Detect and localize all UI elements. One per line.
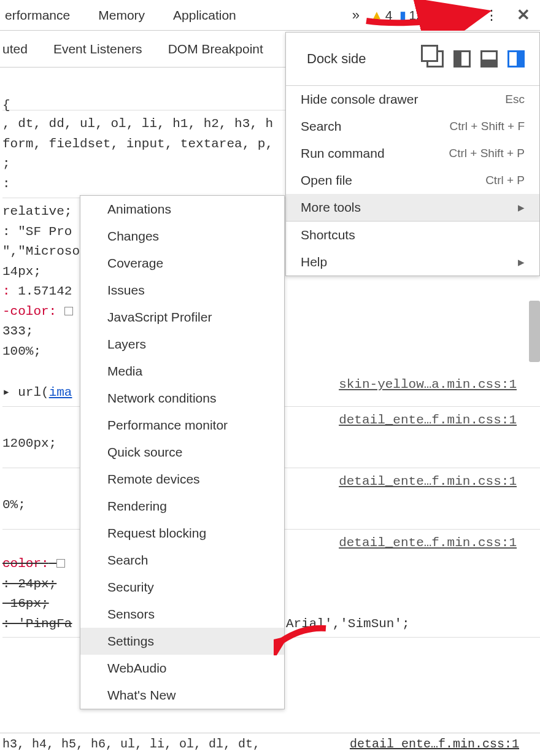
annotation-arrow-settings	[274, 621, 329, 655]
submenu-performance-monitor[interactable]: Performance monitor	[80, 412, 284, 439]
scrollbar-thumb[interactable]	[529, 301, 540, 362]
submenu-label: Settings	[107, 634, 154, 649]
submenu-remote-devices[interactable]: Remote devices	[80, 466, 284, 493]
dock-left-icon[interactable]	[453, 50, 471, 68]
submenu-label: Coverage	[107, 256, 163, 271]
submenu-label: Issues	[107, 283, 145, 298]
submenu-label: Remote devices	[107, 472, 200, 487]
submenu-label: Quick source	[107, 445, 183, 460]
submenu-js-profiler[interactable]: JavaScript Profiler	[80, 304, 284, 331]
submenu-sensors[interactable]: Sensors	[80, 601, 284, 628]
css-value: : 'PingFa	[2, 617, 72, 631]
color-swatch[interactable]	[64, 307, 73, 315]
css-property: :	[2, 284, 10, 298]
dock-undock-icon[interactable]	[426, 50, 444, 68]
menu-search[interactable]: Search Ctrl + Shift + F	[286, 113, 539, 140]
menu-label: Run command	[301, 146, 385, 161]
menu-label: Help	[301, 255, 327, 269]
css-value: 1.57142	[10, 284, 72, 298]
menu-shortcut: Ctrl + P	[485, 174, 525, 187]
menu-shortcuts[interactable]: Shortcuts	[286, 222, 539, 249]
dock-right-icon[interactable]	[507, 50, 525, 68]
menu-more-tools[interactable]: More tools ▸	[286, 194, 539, 221]
css-selector: h3, h4, h5, h6, ul, li, ol, dl, dt,	[2, 737, 260, 752]
css-property: -color:	[2, 304, 56, 318]
dock-side-row: Dock side	[286, 33, 539, 85]
annotation-arrow-top	[363, 0, 492, 31]
menu-shortcut: Esc	[505, 93, 525, 106]
menu-run-command[interactable]: Run command Ctrl + Shift + P	[286, 140, 539, 167]
source-link[interactable]: detail_ente…f.min.css:1	[339, 472, 517, 492]
tab-performance[interactable]: erformance	[5, 8, 70, 23]
more-tabs-icon[interactable]: »	[352, 7, 360, 23]
submenu-label: Media	[107, 364, 142, 379]
color-swatch[interactable]	[56, 559, 65, 568]
source-link[interactable]: detail_ente…f.min.css:1	[350, 737, 519, 752]
submenu-quick-source[interactable]: Quick source	[80, 439, 284, 466]
menu-label: Search	[301, 119, 342, 134]
submenu-label: WebAudio	[107, 661, 167, 676]
url-link[interactable]: ima	[49, 385, 72, 399]
menu-label: More tools	[301, 200, 361, 215]
submenu-label: JavaScript Profiler	[107, 310, 212, 325]
submenu-coverage[interactable]: Coverage	[80, 250, 284, 277]
devtools-main-menu: Dock side Hide console drawer Esc Search…	[285, 32, 540, 276]
menu-label: Open file	[301, 173, 352, 188]
dock-side-label: Dock side	[307, 51, 366, 67]
submenu-label: Search	[107, 553, 148, 568]
submenu-issues[interactable]: Issues	[80, 277, 284, 304]
menu-help[interactable]: Help ▸	[286, 249, 539, 276]
close-icon[interactable]: ✕	[517, 6, 530, 25]
menu-label: Shortcuts	[301, 228, 355, 242]
css-property: color:	[2, 557, 49, 571]
menu-shortcut: Ctrl + Shift + P	[449, 147, 525, 160]
submenu-label: Security	[107, 580, 154, 595]
bottom-rule-row[interactable]: h3, h4, h5, h6, ul, li, ol, dl, dt, deta…	[0, 733, 540, 756]
menu-hide-drawer[interactable]: Hide console drawer Esc	[286, 86, 539, 113]
submenu-label: Sensors	[107, 607, 155, 622]
source-link[interactable]: detail_ente…f.min.css:1	[339, 533, 517, 554]
submenu-label: Request blocking	[107, 526, 206, 541]
subtab-event-listeners[interactable]: Event Listeners	[53, 42, 142, 56]
submenu-media[interactable]: Media	[80, 358, 284, 385]
dock-bottom-icon[interactable]	[480, 50, 498, 68]
menu-shortcut: Ctrl + Shift + F	[450, 120, 525, 133]
submenu-animations[interactable]: Animations	[80, 196, 284, 223]
submenu-label: Animations	[107, 202, 171, 217]
source-link[interactable]: detail_ente…f.min.css:1	[339, 411, 517, 431]
tab-memory[interactable]: Memory	[98, 8, 145, 23]
submenu-network-conditions[interactable]: Network conditions	[80, 385, 284, 412]
subtab-computed[interactable]: uted	[2, 42, 28, 56]
submenu-whats-new[interactable]: What's New	[80, 682, 284, 709]
submenu-label: Rendering	[107, 499, 167, 514]
submenu-arrow-icon: ▸	[518, 200, 525, 215]
submenu-label: Changes	[107, 229, 159, 244]
submenu-security[interactable]: Security	[80, 574, 284, 601]
submenu-label: Network conditions	[107, 391, 216, 406]
submenu-search[interactable]: Search	[80, 547, 284, 574]
subtab-dom-breakpoints[interactable]: DOM Breakpoint	[168, 42, 263, 56]
source-link[interactable]: skin-yellow…a.min.css:1	[339, 375, 517, 395]
submenu-webaudio[interactable]: WebAudio	[80, 655, 284, 682]
menu-label: Hide console drawer	[301, 92, 418, 107]
submenu-changes[interactable]: Changes	[80, 223, 284, 250]
submenu-arrow-icon: ▸	[518, 255, 525, 269]
submenu-rendering[interactable]: Rendering	[80, 493, 284, 520]
submenu-label: Performance monitor	[107, 418, 228, 433]
submenu-settings[interactable]: Settings	[80, 628, 284, 655]
brace: {	[2, 98, 10, 112]
menu-open-file[interactable]: Open file Ctrl + P	[286, 167, 539, 194]
tab-application[interactable]: Application	[173, 8, 236, 23]
submenu-layers[interactable]: Layers	[80, 331, 284, 358]
submenu-label: Layers	[107, 337, 146, 352]
css-value: ▸ url(	[2, 385, 49, 399]
submenu-label: What's New	[107, 688, 176, 703]
submenu-request-blocking[interactable]: Request blocking	[80, 520, 284, 547]
more-tools-submenu: Animations Changes Coverage Issues JavaS…	[80, 195, 285, 709]
